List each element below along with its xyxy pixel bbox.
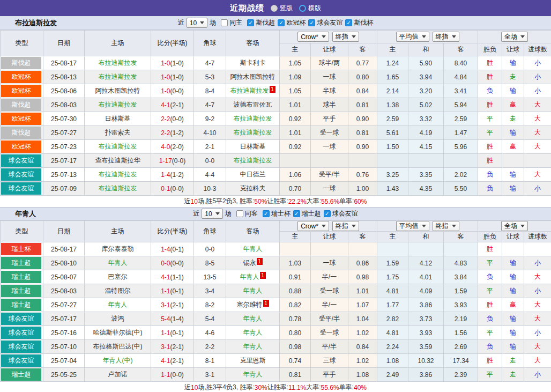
- team-link[interactable]: 布拉迪斯拉发: [234, 157, 272, 164]
- team-link[interactable]: 布拉迪斯拉发: [234, 115, 272, 122]
- checkbox-icon: ✓: [308, 19, 315, 26]
- result-goals-cell: 小: [524, 182, 551, 196]
- layout-radio-horizontal[interactable]: 横版: [299, 4, 321, 13]
- col-home: 主场: [85, 221, 151, 242]
- team-link[interactable]: 克拉科夫: [240, 184, 266, 192]
- team-link[interactable]: 阿拉木图凯拉特: [230, 73, 276, 80]
- period-select[interactable]: 全场: [501, 221, 528, 231]
- asian-home-odds-cell: 1.05: [280, 84, 311, 98]
- league-filter-checkbox[interactable]: ✓斯伐杯: [345, 18, 373, 27]
- match-count-select[interactable]: 10: [202, 209, 222, 219]
- period-select[interactable]: 全场: [501, 32, 528, 42]
- checkbox-icon: ✓: [247, 19, 254, 26]
- asian-odds-time-select[interactable]: 终指: [332, 32, 359, 42]
- team-link[interactable]: 布拉迪斯拉发: [99, 184, 137, 192]
- page-title: 近期战绩: [230, 3, 264, 13]
- away-team-cell: 克里恩斯: [226, 354, 280, 368]
- team-section: 年青人 近 10 场 同客 ✓瑞士杯✓瑞士超✓球会友谊: [0, 208, 551, 392]
- league-filters: ✓斯伐超✓欧冠杯✓球会友谊✓斯伐杯: [244, 18, 373, 27]
- euro-odds-time-select[interactable]: 终指: [433, 221, 459, 231]
- result-handicap-cell: 输: [502, 340, 524, 354]
- team-link[interactable]: 锡永: [243, 259, 256, 267]
- layout-radio-vertical[interactable]: 竖版: [271, 4, 293, 13]
- team-link[interactable]: 斯卡利卡: [240, 59, 266, 66]
- team-link[interactable]: 克里恩斯: [240, 357, 266, 364]
- team-link[interactable]: 温特图尔: [105, 287, 131, 294]
- asian-odds-group-header: Crow* 终指: [280, 221, 377, 232]
- team-link[interactable]: 布拉迪斯拉发: [99, 143, 137, 150]
- match-row: 斯伐超25-08-03布拉迪斯拉发4-1(2-1)4-7波德布雷佐瓦1.01球半…: [1, 98, 551, 112]
- result-handicap-cell: 输: [502, 270, 524, 284]
- team-link[interactable]: 波鸿: [111, 315, 124, 322]
- team-link[interactable]: 年青人: [243, 315, 263, 322]
- team-link[interactable]: 哈德斯菲尔德(中): [93, 329, 143, 336]
- team-link[interactable]: 年青人: [243, 329, 263, 336]
- team-link[interactable]: 阿拉木图凯拉特: [95, 87, 140, 94]
- league-filter-checkbox[interactable]: ✓斯伐超: [247, 18, 275, 27]
- league-filter-label: 欧冠杯: [286, 18, 306, 27]
- summary-text: 近: [184, 197, 191, 206]
- team-link[interactable]: 库尔泰泰勒: [102, 245, 134, 253]
- league-filter-checkbox[interactable]: ✓瑞士杯: [263, 209, 291, 218]
- team-link[interactable]: 扑雷索夫: [105, 129, 131, 136]
- euro-home-odds-cell: [377, 242, 408, 256]
- league-filter-checkbox[interactable]: ✓球会友谊: [324, 209, 358, 218]
- same-venue-checkbox[interactable]: 同主: [221, 18, 242, 27]
- team-link[interactable]: 年青人: [243, 371, 263, 378]
- team-link[interactable]: 巴塞尔: [108, 273, 128, 280]
- team-link[interactable]: 日林斯基: [240, 143, 266, 150]
- result-goals-cell: 大: [524, 98, 551, 112]
- team-link[interactable]: 中日德兰: [240, 171, 266, 178]
- team-link[interactable]: 年青人: [108, 259, 128, 267]
- match-count-select[interactable]: 10: [187, 18, 207, 28]
- euro-odds-type-select[interactable]: 平均值: [396, 221, 429, 231]
- euro-draw-odds-cell: 10.32: [408, 354, 444, 368]
- team-link[interactable]: 波德布雷佐瓦: [234, 101, 272, 108]
- euro-home-odds-cell: 4.81: [377, 284, 408, 298]
- euro-odds-type-select[interactable]: 平均值: [396, 32, 429, 42]
- result-goals-cell: 小: [524, 70, 551, 84]
- league-filter-checkbox[interactable]: ✓球会友谊: [308, 18, 342, 27]
- team-link[interactable]: 布拉迪斯拉发: [99, 171, 137, 178]
- team-link[interactable]: 布拉格斯巴达(中): [93, 343, 143, 350]
- team-link[interactable]: 布拉迪斯拉发: [99, 59, 137, 66]
- team-link[interactable]: 塞尔维特: [237, 301, 263, 308]
- league-filter-checkbox[interactable]: ✓欧冠杯: [278, 18, 306, 27]
- team-link[interactable]: 布拉迪斯拉发: [99, 73, 137, 80]
- away-team-cell: 中日德兰: [226, 168, 280, 182]
- same-venue-checkbox[interactable]: 同客: [236, 209, 258, 218]
- checkbox-icon: ✓: [345, 19, 352, 26]
- match-row: 球会友谊25-07-04年青人(中)4-1(2-1)8-1克里恩斯0.74三球1…: [1, 354, 551, 368]
- asian-away-odds-cell: 0.80: [348, 70, 377, 84]
- team-link[interactable]: 查布拉迪斯拉华: [95, 157, 140, 164]
- euro-home-odds-cell: 4.81: [377, 326, 408, 340]
- asian-odds-time-select[interactable]: 终指: [332, 221, 359, 231]
- match-row: 瑞士超25-07-27年青人3-1(2-1)8-2塞尔维特10.82半/一1.0…: [1, 298, 551, 312]
- result-wdl-cell: 平: [478, 256, 502, 270]
- team-link[interactable]: 卢加诺: [108, 371, 128, 378]
- team-link[interactable]: 年青人: [243, 287, 263, 294]
- away-team-cell: 斯卡利卡: [226, 56, 280, 70]
- odds-company-select[interactable]: Crow*: [297, 221, 329, 231]
- team-link[interactable]: 年青人: [243, 245, 263, 253]
- asian-home-odds-cell: 1.01: [280, 98, 311, 112]
- league-cell: 瑞士超: [1, 256, 43, 270]
- team-link[interactable]: 布拉迪斯拉发: [234, 129, 272, 136]
- result-wdl-cell: 负: [478, 312, 502, 326]
- col-score: 比分(半场): [151, 221, 194, 242]
- euro-odds-group-header: 平均值 终指: [377, 221, 478, 232]
- result-handicap-cell: [502, 242, 524, 256]
- team-link[interactable]: 年青人(中): [103, 357, 133, 364]
- odds-company-select[interactable]: Crow*: [297, 32, 329, 42]
- summary-text: 60%: [354, 198, 367, 205]
- euro-odds-time-select[interactable]: 终指: [433, 32, 459, 42]
- team-link[interactable]: 年青人: [243, 343, 263, 350]
- team-link[interactable]: 年青人: [108, 301, 128, 308]
- team-link[interactable]: 年青人: [240, 273, 259, 280]
- league-filter-label: 球会友谊: [317, 18, 342, 27]
- team-link[interactable]: 布拉迪斯拉发: [99, 101, 137, 108]
- team-link[interactable]: 日林斯基: [105, 115, 131, 122]
- team-section: 布拉迪斯拉发 近 10 场 同主 ✓斯伐超✓欧冠杯✓球会友谊✓斯伐杯: [0, 16, 551, 208]
- league-filter-checkbox[interactable]: ✓瑞士超: [293, 209, 321, 218]
- team-link[interactable]: 布拉迪斯拉发: [230, 87, 269, 94]
